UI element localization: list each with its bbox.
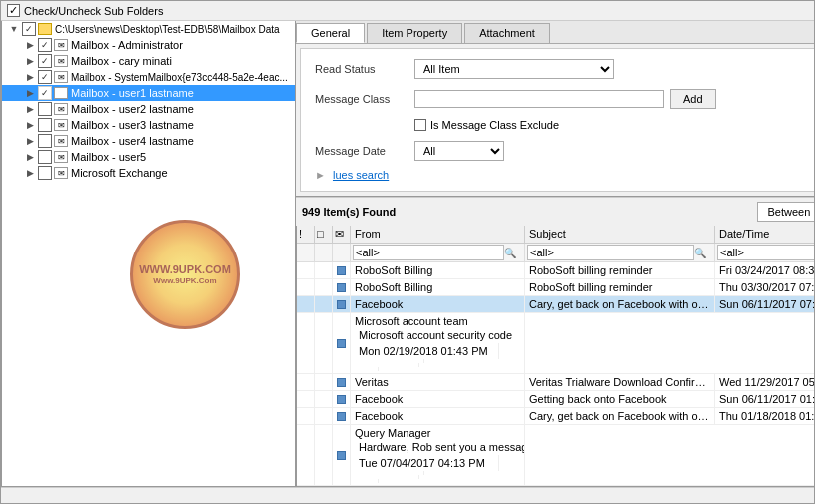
table-row[interactable]: Facebook Getting back onto Facebook Sun …: [297, 391, 814, 408]
expand-icon[interactable]: ▶: [22, 40, 38, 50]
cell-check: [315, 296, 333, 312]
item-checkbox[interactable]: ✓: [38, 54, 52, 68]
expand-icon[interactable]: ▶: [22, 136, 38, 146]
search-cell-icon: [333, 244, 351, 261]
cell-subject: RoboSoft billing reminder: [525, 279, 715, 295]
expand-icon[interactable]: ▶: [22, 56, 38, 66]
message-date-row: Message Date All: [315, 141, 814, 161]
tree-root[interactable]: ▼ ✓ C:\Users\news\Desktop\Test-EDB\58\Ma…: [2, 21, 295, 37]
item-checkbox[interactable]: [38, 134, 52, 148]
tab-item-property[interactable]: Item Property: [367, 23, 462, 43]
table-row[interactable]: Facebook Cary, get back on Facebook with…: [297, 408, 814, 425]
col-header-subject[interactable]: Subject: [525, 226, 715, 243]
expand-icon[interactable]: ▶: [22, 168, 38, 178]
search-from-input[interactable]: [353, 245, 504, 260]
table-row[interactable]: Microsoft account team Microsoft account…: [297, 313, 814, 374]
cell-datetime: Thu 01/18/2018 01:54 PM: [715, 408, 814, 424]
item-checkbox[interactable]: ✓: [38, 70, 52, 84]
add-button[interactable]: Add: [670, 89, 716, 109]
cell-email-icon: [333, 391, 351, 407]
root-checkbox[interactable]: ✓: [22, 22, 36, 36]
exclude-label: Is Message Class Exclude: [430, 119, 559, 131]
cell-email-icon: [333, 279, 351, 295]
search-cell-flag: [297, 244, 315, 261]
cell-subject: Getting back onto Facebook: [525, 391, 715, 407]
cell-flag: [297, 425, 315, 485]
mailbox-icon: ✉: [54, 71, 68, 83]
cell-email-icon: [333, 425, 351, 485]
cell-from: Facebook: [351, 391, 525, 407]
date-select[interactable]: All: [414, 141, 504, 161]
expand-icon[interactable]: ▶: [22, 72, 38, 82]
item-checkbox[interactable]: ✓: [38, 38, 52, 52]
table-row[interactable]: RoboSoft Billing RoboSoft billing remind…: [297, 279, 814, 296]
item-label: Mailbox - cary minati: [71, 55, 172, 67]
list-item[interactable]: ▶ ✉ Mailbox - user5: [2, 149, 295, 165]
exclude-checkbox[interactable]: [414, 119, 426, 131]
message-class-input[interactable]: [414, 90, 664, 108]
list-item[interactable]: ▶ ✉ Mailbox - user3 lastname: [2, 117, 295, 133]
date-label: Message Date: [315, 145, 414, 157]
item-checkbox[interactable]: ✓: [38, 86, 52, 100]
cell-flag: [297, 313, 315, 373]
list-item[interactable]: ▶ ✉ Microsoft Exchange: [2, 165, 295, 181]
mailbox-icon: ✉: [54, 55, 68, 67]
table-row[interactable]: Query Manager Hardware, Rob sent you a m…: [297, 425, 814, 486]
adv-search-link[interactable]: lues search: [333, 169, 389, 181]
item-checkbox[interactable]: [38, 150, 52, 164]
col-header-flag[interactable]: !: [297, 226, 315, 243]
table-area: ! □ ✉ From Subject Date/Time ITEM_DATA..…: [296, 226, 814, 487]
cell-check: [315, 391, 333, 407]
tab-general[interactable]: General: [296, 23, 365, 43]
search-date-input[interactable]: [717, 245, 814, 260]
expand-icon[interactable]: ▶: [22, 88, 38, 98]
expand-icon[interactable]: ▶: [22, 104, 38, 114]
cell-check: [315, 374, 333, 390]
cell-email-icon: [333, 296, 351, 312]
search-cell-from: 🔍: [351, 244, 525, 261]
table-row[interactable]: RoboSoft Billing RoboSoft billing remind…: [297, 262, 814, 279]
col-header-date[interactable]: Date/Time: [715, 226, 814, 243]
search-from-icon[interactable]: 🔍: [504, 248, 518, 258]
col-header-icon[interactable]: ✉: [333, 226, 351, 243]
col-header-check[interactable]: □: [315, 226, 333, 243]
content-area: ▼ ✓ C:\Users\news\Desktop\Test-EDB\58\Ma…: [1, 21, 814, 487]
cell-del: [355, 479, 379, 483]
list-item[interactable]: ▶ ✓ ✉ Mailbox - Administrator: [2, 37, 295, 53]
expand-icon[interactable]: ▶: [22, 120, 38, 130]
list-item[interactable]: ▶ ✓ ✉ Mailbox - user1 lastname: [2, 85, 295, 101]
list-item[interactable]: ▶ ✓ ✉ Mailbox - SystemMailbox{e73cc448-5…: [2, 69, 295, 85]
list-item[interactable]: ▶ ✉ Mailbox - user4 lastname: [2, 133, 295, 149]
item-checkbox[interactable]: [38, 166, 52, 180]
cell-flag: [297, 262, 315, 278]
bottom-scrollbar[interactable]: [1, 487, 814, 503]
exclude-row: Is Message Class Exclude: [315, 119, 814, 131]
tab-attachment[interactable]: Attachment: [464, 23, 550, 43]
cell-check: [315, 262, 333, 278]
col-header-from[interactable]: From: [351, 226, 525, 243]
list-item[interactable]: ▶ ✓ ✉ Mailbox - cary minati: [2, 53, 295, 69]
cell-check: [315, 313, 333, 373]
check-uncheck-checkbox[interactable]: ✓: [7, 4, 20, 17]
cell-flag: [297, 296, 315, 312]
item-checkbox[interactable]: [38, 118, 52, 132]
between-select[interactable]: Between: [757, 202, 814, 222]
expand-icon[interactable]: ▶: [22, 152, 38, 162]
root-label: C:\Users\news\Desktop\Test-EDB\58\Mailbo…: [55, 24, 280, 35]
cell-from: Facebook: [351, 408, 525, 424]
search-subject-icon[interactable]: 🔍: [694, 248, 708, 258]
expand-icon[interactable]: ▼: [6, 24, 22, 34]
table-row[interactable]: Facebook Cary, get back on Facebook with…: [297, 296, 814, 313]
read-status-row: Read Status All Item: [315, 59, 814, 79]
table-row[interactable]: Veritas Veritas Trialware Download Confi…: [297, 374, 814, 391]
cell-subject: Cary, get back on Facebook with one ...: [525, 408, 715, 424]
list-item[interactable]: ▶ ✉ Mailbox - user2 lastname: [2, 101, 295, 117]
cell-datetime: Fri 03/24/2017 08:30 PM: [715, 262, 814, 278]
read-status-select[interactable]: All Item: [414, 59, 614, 79]
mailbox-icon: ✉: [54, 167, 68, 179]
cell-email-icon: [333, 262, 351, 278]
cell-flag: [297, 279, 315, 295]
search-subject-input[interactable]: [527, 245, 694, 260]
right-panel: General Item Property Attachment: [296, 21, 814, 487]
item-checkbox[interactable]: [38, 102, 52, 116]
